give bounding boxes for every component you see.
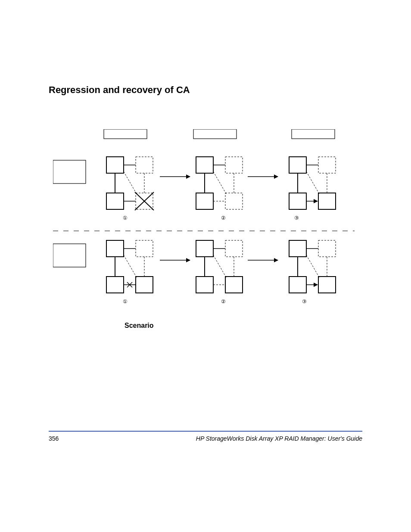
svg-rect-51 xyxy=(196,277,213,293)
svg-line-14 xyxy=(124,171,137,194)
svg-rect-52 xyxy=(225,277,243,293)
svg-rect-29 xyxy=(318,193,336,209)
svg-rect-39 xyxy=(106,277,124,293)
svg-line-57 xyxy=(213,255,226,277)
svg-rect-60 xyxy=(318,240,336,257)
svg-rect-4 xyxy=(106,157,124,173)
svg-rect-18 xyxy=(196,193,213,209)
step-1-bottom: ① xyxy=(123,299,128,305)
svg-rect-6 xyxy=(106,193,124,209)
footer-rule xyxy=(49,431,362,432)
svg-rect-3 xyxy=(292,129,335,139)
step-2-top: ② xyxy=(221,215,226,221)
svg-rect-26 xyxy=(289,157,306,173)
svg-line-67 xyxy=(306,255,319,277)
step-3-bottom: ③ xyxy=(302,299,307,305)
page: Regression and recovery of CA xyxy=(0,0,411,532)
svg-rect-59 xyxy=(289,240,306,257)
diagram: ① ② ③ xyxy=(53,129,355,302)
svg-rect-36 xyxy=(53,244,86,267)
step-3-top: ③ xyxy=(294,215,299,221)
svg-rect-37 xyxy=(106,240,124,257)
svg-line-24 xyxy=(213,171,226,194)
scenario-label: Scenario xyxy=(125,322,154,330)
svg-rect-27 xyxy=(318,157,336,173)
diagram-svg: ① ② ③ xyxy=(53,129,355,314)
svg-rect-19 xyxy=(225,193,243,209)
svg-rect-38 xyxy=(136,240,153,257)
svg-rect-61 xyxy=(289,277,306,293)
step-2-bottom: ② xyxy=(221,299,226,305)
footer-title: HP StorageWorks Disk Array XP RAID Manag… xyxy=(196,435,362,442)
svg-rect-62 xyxy=(318,277,336,293)
svg-rect-0 xyxy=(53,160,86,184)
svg-rect-49 xyxy=(196,240,213,257)
svg-line-34 xyxy=(306,171,319,194)
section-heading: Regression and recovery of CA xyxy=(49,84,190,96)
svg-rect-40 xyxy=(136,277,153,293)
svg-rect-16 xyxy=(196,157,213,173)
page-number: 356 xyxy=(49,435,59,442)
step-1-top: ① xyxy=(123,215,128,221)
svg-rect-17 xyxy=(225,157,243,173)
svg-rect-28 xyxy=(289,193,306,209)
svg-rect-50 xyxy=(225,240,243,257)
svg-rect-2 xyxy=(193,129,237,139)
svg-rect-5 xyxy=(136,157,153,173)
svg-rect-1 xyxy=(104,129,147,139)
svg-line-47 xyxy=(124,255,137,277)
